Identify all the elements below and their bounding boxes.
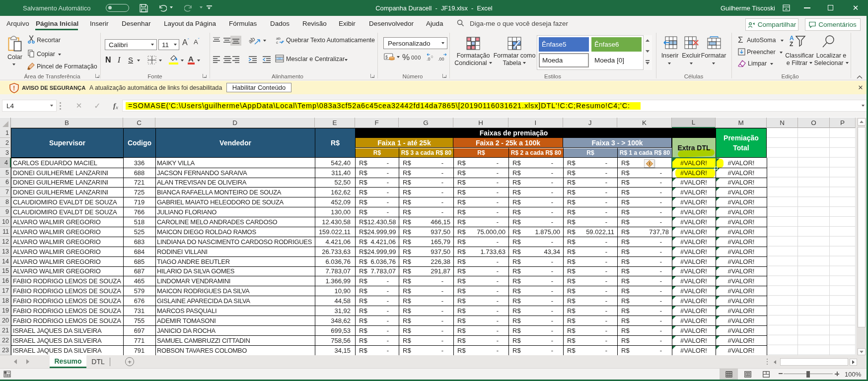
svg-text:!: ! <box>13 85 15 92</box>
svg-text:0: 0 <box>431 55 433 59</box>
svg-text:.0: .0 <box>427 57 431 61</box>
svg-text:c: c <box>276 40 278 44</box>
svg-text:$: $ <box>385 55 388 60</box>
svg-text:.00: .00 <box>438 57 444 61</box>
